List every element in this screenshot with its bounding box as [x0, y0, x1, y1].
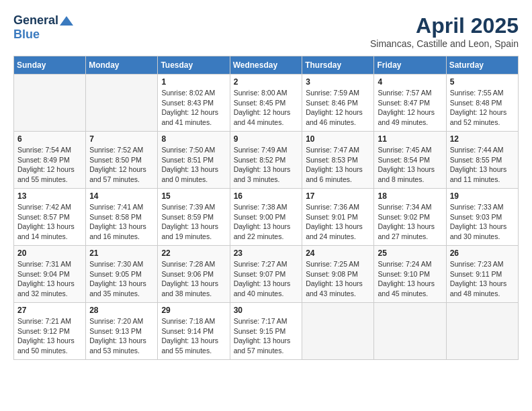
day-info: Sunrise: 7:45 AM Sunset: 8:54 PM Dayligh…	[378, 145, 442, 185]
calendar-cell: 25Sunrise: 7:24 AM Sunset: 9:10 PM Dayli…	[374, 246, 446, 303]
calendar-cell: 24Sunrise: 7:25 AM Sunset: 9:08 PM Dayli…	[302, 246, 374, 303]
logo: General Blue	[13, 13, 73, 42]
title-area: April 2025 Simancas, Castille and Leon, …	[370, 13, 519, 49]
day-info: Sunrise: 7:28 AM Sunset: 9:06 PM Dayligh…	[161, 259, 226, 299]
day-info: Sunrise: 7:18 AM Sunset: 9:14 PM Dayligh…	[161, 316, 226, 356]
weekday-header-sunday: Sunday	[14, 56, 86, 75]
calendar-cell: 10Sunrise: 7:47 AM Sunset: 8:53 PM Dayli…	[302, 132, 374, 189]
day-number: 9	[234, 134, 299, 144]
calendar-cell: 12Sunrise: 7:44 AM Sunset: 8:55 PM Dayli…	[446, 132, 518, 189]
calendar-cell: 2Sunrise: 8:00 AM Sunset: 8:45 PM Daylig…	[230, 75, 302, 132]
calendar-cell: 23Sunrise: 7:27 AM Sunset: 9:07 PM Dayli…	[230, 246, 302, 303]
weekday-header-thursday: Thursday	[302, 56, 374, 75]
calendar: SundayMondayTuesdayWednesdayThursdayFrid…	[13, 56, 519, 360]
calendar-cell: 14Sunrise: 7:41 AM Sunset: 8:58 PM Dayli…	[86, 189, 158, 246]
calendar-week-row: 1Sunrise: 8:02 AM Sunset: 8:43 PM Daylig…	[14, 75, 519, 132]
calendar-cell: 15Sunrise: 7:39 AM Sunset: 8:59 PM Dayli…	[158, 189, 230, 246]
day-info: Sunrise: 7:36 AM Sunset: 9:01 PM Dayligh…	[306, 202, 370, 242]
location: Simancas, Castille and Leon, Spain	[370, 38, 519, 49]
weekday-header-tuesday: Tuesday	[158, 56, 230, 75]
day-info: Sunrise: 7:27 AM Sunset: 9:07 PM Dayligh…	[234, 259, 299, 299]
calendar-cell: 7Sunrise: 7:52 AM Sunset: 8:50 PM Daylig…	[86, 132, 158, 189]
calendar-cell	[302, 303, 374, 360]
calendar-week-row: 27Sunrise: 7:21 AM Sunset: 9:12 PM Dayli…	[14, 303, 519, 360]
month-title: April 2025	[370, 13, 519, 38]
day-info: Sunrise: 7:47 AM Sunset: 8:53 PM Dayligh…	[306, 145, 370, 185]
day-info: Sunrise: 7:39 AM Sunset: 8:59 PM Dayligh…	[161, 202, 226, 242]
day-info: Sunrise: 7:17 AM Sunset: 9:15 PM Dayligh…	[234, 316, 299, 356]
calendar-week-row: 6Sunrise: 7:54 AM Sunset: 8:49 PM Daylig…	[14, 132, 519, 189]
weekday-header-wednesday: Wednesday	[230, 56, 302, 75]
day-info: Sunrise: 7:21 AM Sunset: 9:12 PM Dayligh…	[17, 316, 82, 356]
day-number: 4	[378, 77, 442, 87]
weekday-header-row: SundayMondayTuesdayWednesdayThursdayFrid…	[14, 56, 519, 75]
calendar-cell: 11Sunrise: 7:45 AM Sunset: 8:54 PM Dayli…	[374, 132, 446, 189]
day-number: 26	[450, 248, 515, 258]
weekday-header-saturday: Saturday	[446, 56, 518, 75]
day-number: 7	[89, 134, 154, 144]
logo-blue-text: Blue	[13, 28, 40, 41]
day-info: Sunrise: 7:34 AM Sunset: 9:02 PM Dayligh…	[378, 202, 442, 242]
day-number: 18	[378, 191, 442, 201]
calendar-cell: 13Sunrise: 7:42 AM Sunset: 8:57 PM Dayli…	[14, 189, 86, 246]
day-info: Sunrise: 7:49 AM Sunset: 8:52 PM Dayligh…	[234, 145, 299, 185]
calendar-cell: 4Sunrise: 7:57 AM Sunset: 8:47 PM Daylig…	[374, 75, 446, 132]
calendar-cell: 27Sunrise: 7:21 AM Sunset: 9:12 PM Dayli…	[14, 303, 86, 360]
day-number: 20	[17, 248, 82, 258]
day-info: Sunrise: 7:31 AM Sunset: 9:04 PM Dayligh…	[17, 259, 82, 299]
day-number: 1	[161, 77, 226, 87]
day-number: 14	[89, 191, 154, 201]
day-number: 5	[450, 77, 515, 87]
day-info: Sunrise: 8:00 AM Sunset: 8:45 PM Dayligh…	[234, 88, 299, 128]
calendar-cell: 1Sunrise: 8:02 AM Sunset: 8:43 PM Daylig…	[158, 75, 230, 132]
day-info: Sunrise: 7:54 AM Sunset: 8:49 PM Dayligh…	[17, 145, 82, 185]
calendar-cell: 6Sunrise: 7:54 AM Sunset: 8:49 PM Daylig…	[14, 132, 86, 189]
day-number: 19	[450, 191, 515, 201]
day-info: Sunrise: 7:59 AM Sunset: 8:46 PM Dayligh…	[306, 88, 370, 128]
day-number: 12	[450, 134, 515, 144]
logo-general-text: General	[13, 13, 58, 28]
calendar-cell: 18Sunrise: 7:34 AM Sunset: 9:02 PM Dayli…	[374, 189, 446, 246]
day-number: 29	[161, 306, 226, 315]
day-number: 28	[89, 306, 154, 315]
logo-icon	[60, 16, 73, 26]
day-info: Sunrise: 7:25 AM Sunset: 9:08 PM Dayligh…	[306, 259, 370, 299]
calendar-week-row: 13Sunrise: 7:42 AM Sunset: 8:57 PM Dayli…	[14, 189, 519, 246]
day-number: 24	[306, 248, 370, 258]
day-number: 11	[378, 134, 442, 144]
day-info: Sunrise: 7:55 AM Sunset: 8:48 PM Dayligh…	[450, 88, 515, 128]
calendar-cell: 30Sunrise: 7:17 AM Sunset: 9:15 PM Dayli…	[230, 303, 302, 360]
calendar-cell: 17Sunrise: 7:36 AM Sunset: 9:01 PM Dayli…	[302, 189, 374, 246]
calendar-cell: 5Sunrise: 7:55 AM Sunset: 8:48 PM Daylig…	[446, 75, 518, 132]
svg-marker-0	[60, 16, 73, 26]
calendar-cell: 29Sunrise: 7:18 AM Sunset: 9:14 PM Dayli…	[158, 303, 230, 360]
day-number: 17	[306, 191, 370, 201]
day-info: Sunrise: 7:23 AM Sunset: 9:11 PM Dayligh…	[450, 259, 515, 299]
day-number: 15	[161, 191, 226, 201]
calendar-cell: 3Sunrise: 7:59 AM Sunset: 8:46 PM Daylig…	[302, 75, 374, 132]
weekday-header-friday: Friday	[374, 56, 446, 75]
day-info: Sunrise: 7:33 AM Sunset: 9:03 PM Dayligh…	[450, 202, 515, 242]
calendar-cell: 26Sunrise: 7:23 AM Sunset: 9:11 PM Dayli…	[446, 246, 518, 303]
calendar-week-row: 20Sunrise: 7:31 AM Sunset: 9:04 PM Dayli…	[14, 246, 519, 303]
day-number: 25	[378, 248, 442, 258]
calendar-cell: 20Sunrise: 7:31 AM Sunset: 9:04 PM Dayli…	[14, 246, 86, 303]
calendar-cell	[86, 75, 158, 132]
day-number: 27	[17, 306, 82, 315]
calendar-cell: 8Sunrise: 7:50 AM Sunset: 8:51 PM Daylig…	[158, 132, 230, 189]
day-info: Sunrise: 7:38 AM Sunset: 9:00 PM Dayligh…	[234, 202, 299, 242]
day-number: 22	[161, 248, 226, 258]
day-info: Sunrise: 7:42 AM Sunset: 8:57 PM Dayligh…	[17, 202, 82, 242]
day-number: 8	[161, 134, 226, 144]
day-number: 30	[234, 306, 299, 315]
day-info: Sunrise: 7:50 AM Sunset: 8:51 PM Dayligh…	[161, 145, 226, 185]
calendar-cell: 16Sunrise: 7:38 AM Sunset: 9:00 PM Dayli…	[230, 189, 302, 246]
day-info: Sunrise: 7:24 AM Sunset: 9:10 PM Dayligh…	[378, 259, 442, 299]
day-info: Sunrise: 7:30 AM Sunset: 9:05 PM Dayligh…	[89, 259, 154, 299]
day-info: Sunrise: 7:20 AM Sunset: 9:13 PM Dayligh…	[89, 316, 154, 356]
calendar-cell: 28Sunrise: 7:20 AM Sunset: 9:13 PM Dayli…	[86, 303, 158, 360]
day-number: 13	[17, 191, 82, 201]
day-number: 21	[89, 248, 154, 258]
day-number: 16	[234, 191, 299, 201]
day-info: Sunrise: 8:02 AM Sunset: 8:43 PM Dayligh…	[161, 88, 226, 128]
